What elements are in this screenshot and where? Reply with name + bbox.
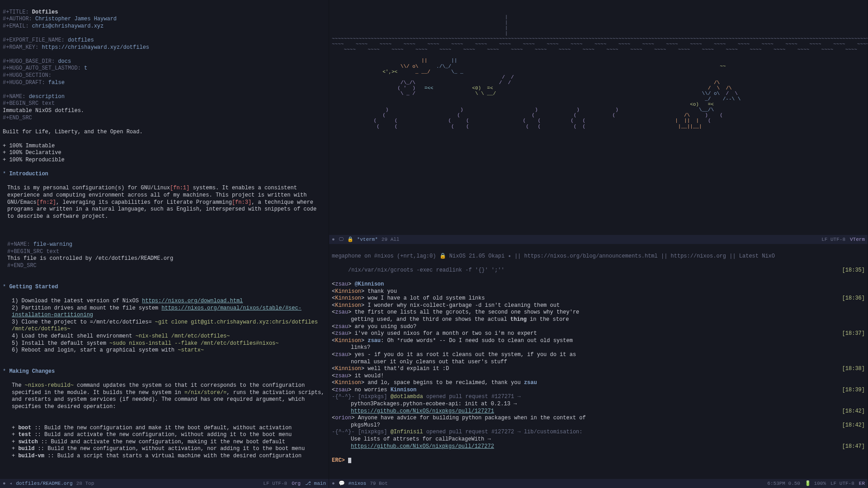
- irc-message: https://github.com/NixOS/nixpkgs/pull/12…: [332, 443, 865, 450]
- step-link[interactable]: https://nixos.org/manual/nixos/stable/#s…: [12, 305, 302, 319]
- modeline-clock: 6:53PM 0.50: [767, 480, 800, 487]
- src-desc-body: Immutable NixOS dotfiles.: [3, 108, 84, 114]
- irc-message: getting used, and the third one shows th…: [332, 316, 865, 324]
- timestamp: [18:37]: [842, 330, 865, 338]
- hugo-lastmod-key: #+HUGO_AUTO_SET_LASTMOD:: [3, 65, 81, 71]
- hugo-base-key: #+HUGO_BASE_DIR:: [3, 58, 55, 65]
- irc-message: <Kinnison> thank you: [332, 288, 865, 296]
- irc-pane[interactable]: megaphone on #nixos (+nrt,lag:0) 🔒 NixOS…: [329, 244, 868, 488]
- bullet-immutable: + 100% Immutable: [3, 143, 55, 149]
- irc-message: <Kinnison> wow I have a lot of old syste…: [332, 295, 865, 302]
- warn-name-value: file-warning: [33, 241, 72, 248]
- lock-icon: 🔒: [439, 253, 446, 259]
- irc-message: <zsau> it would!: [332, 373, 865, 380]
- bullet-reproducible: + 100% Reproducible: [3, 157, 65, 163]
- src-begin: #+BEGIN_SRC text: [3, 100, 55, 107]
- irc-message: pkgsMusl?[18:42]: [332, 422, 865, 429]
- irc-prompt-line[interactable]: ERC>: [332, 457, 865, 465]
- irc-link[interactable]: https://github.com/NixOS/nixpkgs/pull/12…: [351, 408, 494, 414]
- hugo-draft-key: #+HUGO_DRAFT:: [3, 80, 45, 86]
- author-key: #+AUTHOR:: [3, 16, 32, 22]
- modeline-position: 79 Bot: [370, 480, 388, 487]
- making-changes-ops: + boot :: Build the new configuration an…: [3, 425, 326, 460]
- ascii-art: | | | | ~~~~~~~~~~~~~~~~~~: [332, 9, 865, 129]
- irc-message: <zsau> the first one lists all the gcroo…: [332, 309, 865, 316]
- footnote-1[interactable]: [fn:1]: [170, 185, 189, 191]
- step-item: 5) Install the default system ~sudo nixo…: [12, 340, 326, 347]
- op-item: + build-vm :: Build a script that starts…: [12, 453, 326, 460]
- making-changes-body: The ~nixos-rebuild~ command updates the …: [3, 382, 326, 410]
- modeline-file[interactable]: dotfiles/README.org: [16, 480, 72, 487]
- author-value: Christopher James Hayward: [35, 16, 117, 22]
- export-key: #+EXPORT_FILE_NAME:: [3, 37, 65, 43]
- star-icon: ✦: [508, 253, 511, 259]
- getting-started-steps: 1) Download the latest version of NixOS …: [3, 298, 326, 354]
- irc-message: Use lists of attrsets for callPackageWit…: [332, 436, 865, 443]
- modeline-mode: ER: [859, 480, 865, 487]
- irc-message: <Kinnison> I wonder why nix-collect-garb…: [332, 302, 865, 310]
- warn-name-key: #+NAME:: [7, 241, 30, 248]
- modeline-buffer[interactable]: *vterm*: [357, 236, 378, 243]
- timestamp: [18:35]: [842, 267, 865, 274]
- battery-icon: 🔋: [805, 481, 811, 486]
- email-key: #+EMAIL:: [3, 23, 29, 29]
- step-item: 6) Reboot and login, start a graphical s…: [12, 347, 326, 354]
- editor-pane-left: #+TITLE: Dotfiles #+AUTHOR: Christopher …: [0, 0, 329, 488]
- vcs-icon: ⎇: [305, 481, 311, 486]
- irc-link[interactable]: https://github.com/NixOS/nixpkgs/pull/12…: [351, 443, 494, 450]
- vcs-branch[interactable]: main: [314, 481, 326, 486]
- hugo-section-key: #+HUGO_SECTION:: [3, 72, 52, 79]
- step-link[interactable]: https://nixos.org/download.html: [142, 298, 243, 304]
- modeline-mode: Org: [292, 480, 301, 487]
- timestamp: [18:38]: [842, 366, 865, 373]
- irc-message: <zsau> @Kinnison: [332, 281, 865, 288]
- org-buffer[interactable]: #+TITLE: Dotfiles #+AUTHOR: Christopher …: [3, 2, 326, 488]
- modeline-bottom-right: ● 💬 #nixos 79 Bot 6:53PM 0.50 🔋 100% LF …: [329, 479, 868, 488]
- irc-message: <zsau> no worries Kinnison[18:39]: [332, 387, 865, 394]
- op-item: + boot :: Build the new configuration an…: [12, 425, 326, 432]
- timestamp: [18:47]: [842, 443, 865, 450]
- src-name-key: #+NAME:: [3, 94, 25, 100]
- title-key: #+TITLE:: [3, 9, 29, 15]
- op-item: + build :: Build the new configuration, …: [12, 446, 326, 453]
- back-icon[interactable]: ◂: [9, 480, 13, 487]
- irc-topic: megaphone on #nixos (+nrt,lag:0) 🔒 NixOS…: [332, 253, 865, 260]
- roam-value: https://chrishayward.xyz/dotfiles: [42, 44, 149, 51]
- lock-icon: 🔒: [347, 236, 354, 243]
- modeline-buffer[interactable]: #nixos: [349, 480, 367, 487]
- src-end: #+END_SRC: [3, 115, 32, 121]
- export-value: dotfiles: [68, 37, 94, 43]
- step-item: 4) Load the default shell environment ~n…: [12, 333, 326, 340]
- op-item: + switch :: Build and activate the new c…: [12, 439, 326, 446]
- irc-message-list: <zsau> @Kinnison<Kinnison> thank you<Kin…: [332, 281, 865, 450]
- irc-message: <zsau> i've only used nixos for a month …: [332, 330, 865, 338]
- warn-begin: #+BEGIN_SRC text: [7, 249, 59, 255]
- modeline-top-right: ● 🖵 🔒 *vterm* 29 All LF UTF-8 VTerm: [329, 235, 868, 244]
- modeline-encoding: LF UTF-8: [263, 480, 287, 487]
- timestamp: [18:42]: [842, 422, 865, 429]
- hugo-base-value: docs: [58, 58, 71, 65]
- terminal-pane[interactable]: | | | | ~~~~~~~~~~~~~~~~~~: [329, 0, 868, 244]
- irc-message: <Kinnison> zsau: Oh *rude words* -- Do I…: [332, 338, 865, 345]
- irc-message: links?: [332, 344, 865, 352]
- heading-getting-started[interactable]: Getting Started: [9, 284, 58, 290]
- irc-message: <zsau> are you using sudo?: [332, 324, 865, 331]
- irc-message: -{^-^}- [nixpkgs] @Infinisil opened pull…: [332, 429, 865, 436]
- terminal-icon: 🖵: [339, 236, 344, 243]
- warn-body: This file is controlled by /etc/dotfiles…: [7, 255, 173, 262]
- intro-body: This is my personal configuration(s) for…: [3, 185, 326, 220]
- footnote-2[interactable]: [fn:2]: [37, 199, 56, 206]
- state-icon: ●: [332, 480, 335, 487]
- warn-end: #+END_SRC: [7, 263, 37, 269]
- irc-message: normal user it only cleans out that user…: [332, 359, 865, 366]
- footnote-3[interactable]: [fn:3]: [232, 199, 251, 206]
- modeline-encoding: LF UTF-8: [830, 480, 854, 487]
- timestamp: [18:42]: [842, 408, 865, 415]
- irc-message: <Kinnison> well that'd explain it :D[18:…: [332, 366, 865, 373]
- irc-buffer: megaphone on #nixos (+nrt,lag:0) 🔒 NixOS…: [332, 246, 865, 471]
- src-name-value: description: [29, 94, 65, 100]
- heading-introduction[interactable]: Introduction: [9, 171, 48, 177]
- step-item: 2) Partition drives and mount the file s…: [12, 305, 326, 319]
- irc-message: python3Packages.python-ecobee-api: init …: [332, 401, 865, 408]
- heading-making-changes[interactable]: Making Changes: [9, 368, 55, 375]
